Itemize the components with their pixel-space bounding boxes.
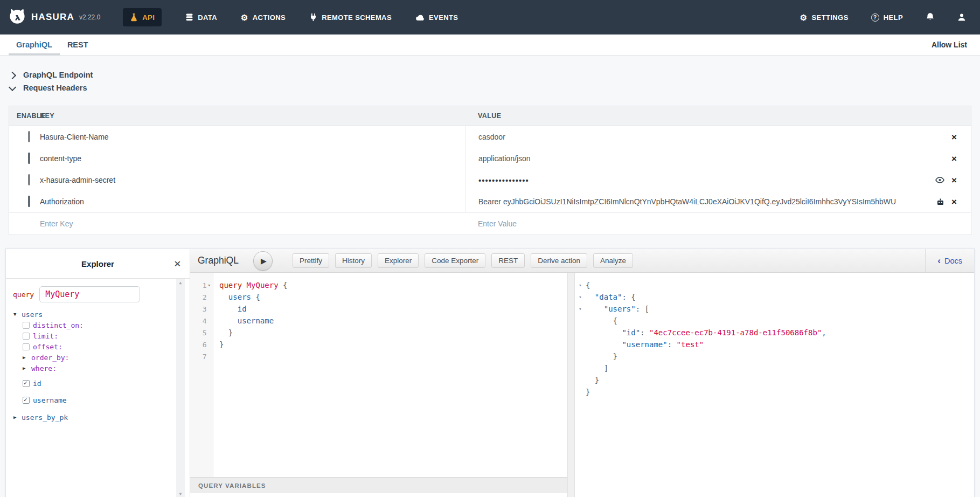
tab-graphiql[interactable]: GraphiQL [9,34,60,55]
prettify-button[interactable]: Prettify [293,253,329,268]
history-button[interactable]: History [335,253,372,268]
fold-marker-icon [575,339,586,350]
tree-arg-distinct-on-[interactable]: distinct_on: [23,320,171,330]
fold-marker-icon[interactable]: ▾ [208,282,211,288]
arg-checkbox[interactable] [23,333,30,340]
fold-marker-icon[interactable]: ▾ [575,291,586,303]
header-row: content-typeapplication/json× [9,148,971,169]
nav-item-label: DATA [198,13,217,22]
header-value[interactable]: Bearer eyJhbGciOiJSUzI1NiIsImtpZCI6ImNlc… [478,197,936,206]
eye-icon[interactable] [935,177,944,183]
code-exporter-button[interactable]: Code Exporter [425,253,485,268]
jwt-decode-icon[interactable] [936,198,944,206]
remove-header-icon[interactable]: × [951,154,957,163]
header-value[interactable]: casdoor [478,133,951,141]
explorer-close-icon[interactable]: × [174,258,181,270]
field-checkbox[interactable] [23,397,30,404]
graphql-endpoint-toggle[interactable]: GraphQL Endpoint [10,68,980,81]
remove-header-icon[interactable]: × [951,133,957,142]
explorer-button[interactable]: Explorer [378,253,419,268]
tree-field-users[interactable]: ▼users [13,309,171,320]
allow-list-link[interactable]: Allow List [932,40,967,49]
pane-resizer-handle[interactable] [567,273,575,497]
nav-item-label: SETTINGS [812,13,849,22]
new-value-input[interactable]: Enter Value [478,219,957,228]
header-row: x-hasura-admin-secret•••••••••••••••× [9,169,971,191]
scroll-down-icon[interactable]: ▼ [179,492,182,496]
docs-button[interactable]: ‹ Docs [925,249,974,272]
tree-collapse-icon[interactable]: ▼ [13,312,19,317]
derive-action-button[interactable]: Derive action [531,253,587,268]
tab-rest[interactable]: REST [60,34,96,55]
query-code[interactable]: query MyQuery { users { id username }} [213,273,287,477]
nav-item-help[interactable]: ?HELP [871,13,903,22]
fold-marker-icon [575,315,586,327]
query-name-input[interactable]: MyQuery [39,286,140,302]
fold-marker-icon [575,386,586,398]
enable-checkbox[interactable] [28,196,30,207]
tree-field-username[interactable]: username [23,393,171,407]
explorer-header: Explorer × [6,249,190,279]
line-number: 2 [203,293,207,301]
line-number: 6 [203,341,207,349]
analyze-button[interactable]: Analyze [593,253,633,268]
header-key[interactable]: x-hasura-admin-secret [40,176,465,184]
remove-header-icon[interactable]: × [951,176,957,185]
request-headers-label: Request Headers [23,84,87,92]
explorer-scrollbar[interactable]: ▲ ▼ [176,279,185,497]
line-number: 3 [203,305,207,313]
response-line: ▾ "users": [ [575,303,974,315]
header-key[interactable]: Hasura-Client-Name [40,133,465,141]
arg-checkbox[interactable] [23,322,30,329]
nav-item-remote-schemas[interactable]: REMOTE SCHEMAS [309,13,392,22]
request-headers-toggle[interactable]: Request Headers [10,81,980,94]
response-line: { [575,315,974,327]
brand[interactable]: HASURA v2.22.0 [8,8,100,27]
query-editor[interactable]: 1▾2 3 4 5 6 7 query MyQuery { users { id… [190,273,567,477]
execute-query-button[interactable]: ▶ [253,251,273,271]
user-menu-button[interactable] [957,13,966,22]
header-row: Hasura-Client-Namecasdoor× [9,126,971,148]
fold-marker-icon[interactable]: ▾ [575,279,586,291]
tree-expand-icon[interactable]: ▶ [23,365,28,371]
query-variables-bar[interactable]: QUERY VARIABLES [190,477,567,493]
nav-item-data[interactable]: DATA [185,13,217,22]
rest-button[interactable]: REST [491,253,525,268]
nav-item-actions[interactable]: ⚙ACTIONS [241,13,286,22]
enable-checkbox[interactable] [28,174,30,185]
tree-arg-where-[interactable]: ▶where: [23,363,171,374]
graphiql-toolbar: GraphiQL ▶ PrettifyHistoryExplorerCode E… [190,249,974,273]
column-key: KEY [40,112,465,120]
tree-expand-icon[interactable]: ▶ [13,415,19,420]
graphiql-panel: Explorer × query MyQuery ▼usersdistinct_… [5,248,975,497]
hasura-console: HASURA v2.22.0 APIDATA⚙ACTIONSREMOTE SCH… [0,0,980,497]
scroll-up-icon[interactable]: ▲ [179,280,182,285]
tree-arg-order-by-[interactable]: ▶order_by: [23,352,171,363]
field-checkbox[interactable] [23,380,30,387]
explorer-body: query MyQuery ▼usersdistinct_on:limit:of… [6,286,190,423]
remove-header-icon[interactable]: × [951,197,957,206]
tree-expand-icon[interactable]: ▶ [23,355,28,360]
notifications-button[interactable] [926,12,935,22]
fold-marker-icon [208,354,211,359]
nav-item-api[interactable]: API [123,8,162,26]
tree-arg-offset-[interactable]: offset: [23,341,171,352]
new-key-input[interactable]: Enter Key [40,219,465,228]
enable-checkbox[interactable] [28,153,30,164]
nav-item-label: REMOTE SCHEMAS [322,13,392,22]
arg-checkbox[interactable] [23,343,30,350]
tree-field-id[interactable]: id [23,376,171,390]
nav-item-events[interactable]: EVENTS [415,13,458,22]
tree-arg-limit-[interactable]: limit: [23,330,171,341]
tree-field-users-by-pk[interactable]: ▶users_by_pk [13,412,171,423]
header-key[interactable]: Authorization [40,197,465,206]
header-value[interactable]: ••••••••••••••• [478,176,935,185]
response-pane: ▾{▾ "data": {▾ "users": [ { "id": "4ec7c… [575,273,974,497]
fold-marker-icon [208,330,211,335]
header-value[interactable]: application/json [478,154,951,163]
enable-checkbox[interactable] [28,131,30,142]
header-key[interactable]: content-type [40,154,465,163]
top-navbar: HASURA v2.22.0 APIDATA⚙ACTIONSREMOTE SCH… [0,0,980,34]
fold-marker-icon[interactable]: ▾ [575,303,586,315]
nav-item-settings[interactable]: ⚙SETTINGS [800,13,849,22]
